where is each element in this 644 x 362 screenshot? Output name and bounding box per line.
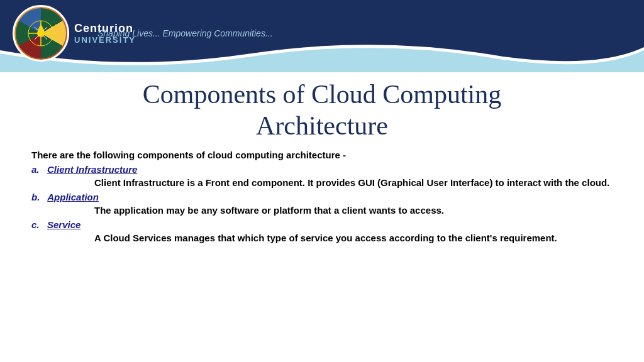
svg-marker-2 <box>38 24 44 30</box>
section-c-label: c. Service <box>31 219 613 230</box>
section-b-body: The application may be any software or p… <box>31 205 613 216</box>
slide-title: Components of Cloud Computing Architectu… <box>31 79 613 142</box>
slide-content: Components of Cloud Computing Architectu… <box>0 72 644 362</box>
tagline: Shaping Lives... Empowering Communities.… <box>97 28 273 38</box>
header-bar: Centurion UNIVERSITY Shaping Lives... Em… <box>0 0 644 72</box>
section-a-label: a. Client Infrastructure <box>31 164 613 175</box>
section-c-body: A Cloud Services manages that which type… <box>31 233 613 243</box>
logo-inner <box>16 8 66 58</box>
section-a-body: Client Infrastructure is a Front end com… <box>31 177 613 188</box>
section-b-label: b. Application <box>31 192 613 202</box>
logo-circle <box>13 5 69 62</box>
intro-text: There are the following components of cl… <box>31 150 613 160</box>
